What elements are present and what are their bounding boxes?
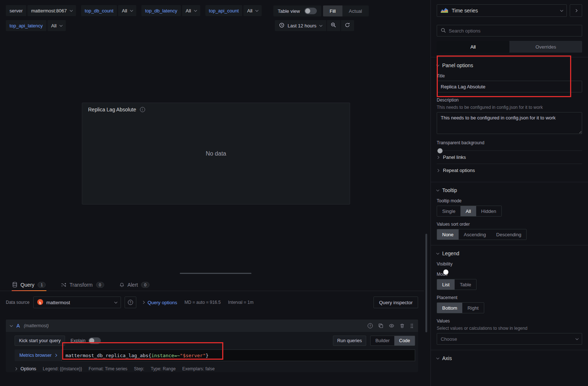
eye-icon [389, 323, 394, 328]
query-options-toggle[interactable]: Query options [142, 300, 177, 305]
help-circle-icon: ? [368, 323, 373, 328]
tooltip-mode-hidden[interactable]: Hidden [476, 206, 501, 216]
var-top-api-latency: top_api_latency All [6, 20, 66, 31]
query-help-button[interactable]: ? [368, 323, 373, 328]
chevron-right-icon [436, 169, 439, 172]
tab-transform[interactable]: Transform 0 [60, 279, 105, 291]
data-source-picker[interactable]: mattermost [33, 297, 121, 308]
tooltip-mode-label: Tooltip mode [437, 198, 582, 203]
metrics-browser-button[interactable]: Metrics browser [15, 349, 61, 361]
promql-metric: mattermost_db_replica_lag_abs{ [65, 353, 151, 358]
duplicate-query-button[interactable] [378, 323, 383, 328]
pane-resize-handle[interactable] [180, 273, 251, 274]
var-value-top-api-latency-dropdown[interactable]: All [48, 20, 65, 31]
search-options-input[interactable] [449, 28, 578, 34]
panel-header[interactable]: Replica Lag Absolute i [82, 103, 350, 116]
chevron-down-icon [436, 356, 439, 359]
chevron-right-icon [436, 156, 439, 158]
actual-option[interactable]: Actual [342, 5, 369, 16]
panel-description-textarea[interactable]: This needs to be configured in config.js… [437, 112, 582, 134]
editor-tabs: Query 1 Transform 0 Alert 0 [0, 279, 424, 291]
query-expression-row: Metrics browser mattermost_db_replica_la… [6, 346, 418, 361]
table-view-label: Table view [278, 8, 300, 14]
query-action-icons: ? [368, 323, 414, 329]
refresh-button[interactable] [341, 20, 354, 31]
promql-close-brace: } [206, 353, 209, 358]
zoom-out-time-button[interactable] [327, 20, 340, 31]
promql-operator: =~ [174, 353, 180, 358]
toggle-query-visibility-button[interactable] [389, 323, 394, 328]
tab-label: Transform [69, 282, 92, 288]
tab-alert[interactable]: Alert 0 [119, 279, 150, 291]
axis-section: Axis [431, 350, 588, 366]
table-view-toggle[interactable] [304, 8, 317, 14]
panel-options-header[interactable]: Panel options [437, 62, 582, 68]
query-inspector-button[interactable]: Query inspector [373, 297, 418, 308]
var-value-server-dropdown[interactable]: mattermost:8067 [27, 5, 76, 16]
chevron-down-icon [436, 63, 439, 66]
query-card-header[interactable]: A (mattermost) ? [6, 320, 418, 332]
code-option[interactable]: Code [394, 336, 415, 345]
sort-descending[interactable]: Descending [491, 229, 527, 240]
description-help-text: This needs to be configured in config.js… [437, 105, 582, 110]
info-icon[interactable]: i [140, 107, 145, 112]
tooltip-mode-all[interactable]: All [460, 206, 476, 216]
fill-option[interactable]: Fill [323, 5, 342, 16]
filter-tab-overrides[interactable]: Overrides [509, 41, 582, 53]
section-title: Legend [442, 251, 459, 256]
chevron-down-icon [114, 300, 117, 303]
placement-bottom[interactable]: Bottom [437, 303, 462, 313]
question-circle-icon: ? [128, 300, 133, 305]
query-datasource-hint: (mattermost) [24, 323, 49, 328]
sort-none[interactable]: None [437, 229, 459, 240]
template-variables-row-2: top_api_latency All [6, 20, 66, 31]
magnifier-minus-icon [331, 22, 336, 29]
main-scrollbar[interactable] [425, 234, 427, 332]
axis-header[interactable]: Axis [437, 355, 582, 361]
explain-toggle[interactable] [88, 337, 101, 344]
var-value-text: All [247, 8, 252, 14]
options-label[interactable]: Options [20, 366, 36, 371]
legend-values-help: Select values or calculations to show in… [437, 326, 582, 331]
filter-tab-all[interactable]: All [437, 41, 509, 53]
sort-ascending[interactable]: Ascending [459, 229, 491, 240]
kick-start-query-button[interactable]: Kick start your query [15, 336, 65, 346]
section-title: Axis [442, 355, 452, 361]
builder-option[interactable]: Builder [371, 336, 394, 345]
panel-title-input[interactable] [437, 81, 582, 92]
legend-mode-table[interactable]: Table [455, 279, 476, 290]
legend-header[interactable]: Legend [437, 251, 582, 256]
table-view-toggle-group: Table view [273, 5, 321, 16]
delete-query-button[interactable] [400, 323, 405, 328]
data-source-help-button[interactable]: ? [125, 297, 136, 308]
placement-right[interactable]: Right [462, 303, 483, 313]
drag-handle[interactable] [410, 323, 414, 329]
panel-links-row[interactable]: Panel links [437, 150, 582, 164]
promql-query-input[interactable]: mattermost_db_replica_lag_abs{instance=~… [61, 349, 415, 361]
visualization-picker[interactable]: Time series [437, 4, 567, 17]
chevron-right-icon[interactable] [14, 367, 17, 370]
promql-string-value: "$server" [180, 353, 205, 358]
collapse-chevron-icon[interactable] [10, 324, 13, 326]
run-queries-button[interactable]: Run queries [333, 336, 366, 346]
var-value-top-db-latency-dropdown[interactable]: All [182, 5, 200, 16]
search-icon [441, 28, 446, 34]
tab-query[interactable]: Query 1 [12, 279, 46, 291]
legend-mode-list[interactable]: List [437, 279, 455, 290]
values-sort-order-segment: None Ascending Descending [437, 229, 527, 240]
main-edit-area: server mattermost:8067 top_db_count All … [0, 0, 424, 386]
pane-size-segment: Fill Actual [323, 5, 369, 16]
var-value-top-db-count-dropdown[interactable]: All [118, 5, 136, 16]
time-range-picker[interactable]: Last 12 hours [275, 20, 326, 31]
collapse-sidebar-button[interactable] [570, 4, 582, 17]
toggle-knob [89, 338, 94, 343]
title-field-label: Title [437, 73, 582, 79]
query-toolbar: Kick start your query Explain Run querie… [6, 332, 418, 346]
tooltip-mode-single[interactable]: Single [437, 206, 460, 216]
tab-label: Alert [128, 282, 138, 288]
legend-values-select[interactable]: Choose [437, 333, 582, 345]
panel-title: Replica Lag Absolute [88, 107, 136, 112]
tooltip-header[interactable]: Tooltip [437, 187, 582, 193]
var-value-top-api-count-dropdown[interactable]: All [243, 5, 261, 16]
repeat-options-row[interactable]: Repeat options [437, 164, 582, 177]
